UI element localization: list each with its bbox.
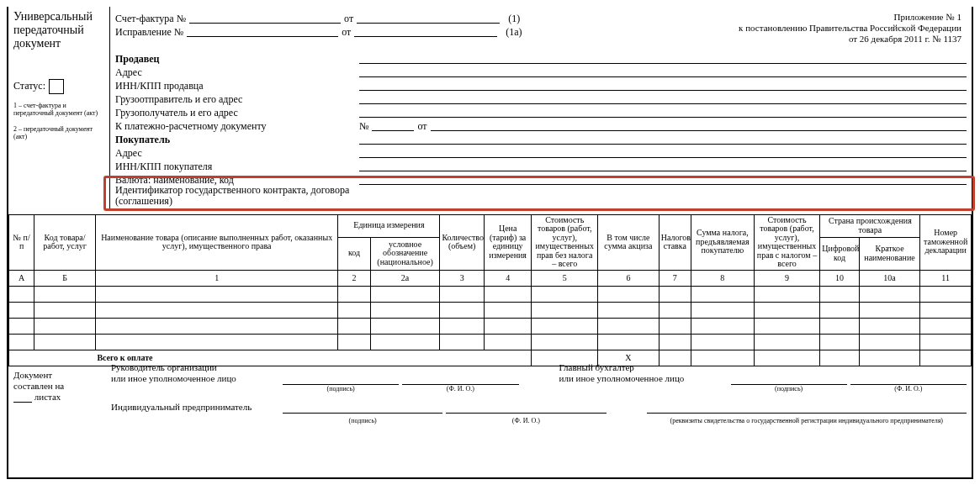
table-row [9, 286, 972, 302]
chief-acc-sign[interactable] [731, 372, 847, 385]
sig-block: Руководитель организации или иное уполно… [111, 370, 967, 425]
invoice-date-field[interactable] [357, 11, 500, 24]
chief-acc-fio[interactable] [850, 372, 967, 385]
goods-table: № п/п Код товара/ работ, услуг Наименова… [8, 214, 972, 366]
fld-gov-contract-value[interactable] [359, 185, 967, 209]
fld-payment-doc-date[interactable] [431, 119, 967, 131]
fld-address-buyer: Адрес [115, 148, 359, 158]
coln-9: 9 [754, 270, 820, 286]
table-row [9, 302, 972, 318]
fld-currency-value[interactable] [359, 172, 967, 185]
fld-inn-buyer: ИНН/КПП покупателя [115, 161, 359, 171]
coln-B: Б [34, 270, 96, 286]
th-qty: Количество (объем) [440, 214, 484, 270]
cap-sign-2: (подпись) [731, 385, 847, 393]
ind-pred-fio[interactable] [446, 401, 606, 414]
th-cost-no-tax: Стоимость товаров (работ, услуг), имущес… [532, 214, 598, 270]
th-unit-name: условное обозначение (национальное) [370, 237, 440, 270]
th-goods-code: Код товара/ работ, услуг [34, 214, 96, 270]
fld-address: Адрес [115, 67, 359, 77]
fld-buyer: Покупатель [115, 134, 359, 145]
doc-type-l2: передаточный [13, 24, 106, 37]
doc-sheets-field[interactable] [13, 392, 32, 403]
footnote-1: 1 – счет-фактура и передаточный документ… [13, 103, 106, 118]
right-note-l1: Приложение № 1 [701, 12, 961, 23]
fld-payment-doc: К платежно-расчетному документу [115, 121, 359, 131]
chief-acc: Главный бухгалтер или иное уполномоченно… [559, 362, 728, 384]
fld-payment-doc-no[interactable] [372, 119, 414, 131]
fld-inn-buyer-value[interactable] [359, 159, 967, 171]
doc-sheets-l2: составлен на [13, 381, 104, 392]
invoice-row: Счет-фактура № от (1) [115, 10, 701, 24]
cap-sign-1: (подпись) [283, 385, 399, 393]
coln-7: 7 [659, 270, 691, 286]
fld-gov-contract: Идентификатор государственного контракта… [115, 185, 359, 207]
fld-seller-value[interactable] [359, 51, 967, 64]
th-unit-group: Единица измерения [338, 214, 440, 237]
fld-gov-contract-l1: Идентификатор государственного контракта… [115, 184, 349, 196]
coln-3: 3 [440, 270, 484, 286]
doc-sheets-l1: Документ [13, 370, 104, 381]
coln-8: 8 [691, 270, 755, 286]
head-org: Руководитель организации или иное уполно… [111, 362, 279, 384]
fld-buyer-value[interactable] [359, 132, 967, 145]
cap-sign-3: (подпись) [283, 417, 442, 425]
fld-consignee-value[interactable] [359, 105, 967, 118]
coln-2a: 2а [370, 270, 440, 286]
cap-rekv: (реквизиты свидетельства о государственн… [647, 417, 967, 425]
invoice-number-field[interactable] [189, 11, 341, 24]
fld-payment-doc-no-lbl: № [359, 121, 368, 131]
fld-consignor-value[interactable] [359, 92, 967, 104]
ind-pred-sign[interactable] [283, 401, 442, 414]
fld-payment-doc-from-lbl: от [417, 121, 426, 131]
th-tax-rate: Налоговая ставка [659, 214, 691, 270]
invoice-label: Счет-фактура № [115, 13, 186, 24]
coln-11: 11 [920, 270, 972, 286]
cap-fio-3: (Ф. И. О.) [446, 417, 606, 425]
ind-pred: Индивидуальный предприниматель [111, 402, 279, 413]
footer-left: Документ составлен на листах [13, 370, 104, 425]
center-column: Счет-фактура № от (1) Исправление № от (… [110, 7, 972, 209]
fld-gov-contract-l2: (соглашения) [115, 195, 172, 207]
ind-pred-rekv[interactable] [647, 401, 967, 414]
doc-type-l3: документ [13, 37, 106, 50]
coln-4: 4 [484, 270, 531, 286]
head-org-sign[interactable] [283, 372, 399, 385]
left-column: Универсальный передаточный документ Стат… [8, 7, 109, 209]
doc-type-l1: Универсальный [13, 10, 106, 24]
head-org-fio[interactable] [402, 372, 518, 385]
fld-address-value[interactable] [359, 65, 967, 77]
fld-consignor: Грузоотправитель и его адрес [115, 94, 359, 104]
fld-inn-seller-value[interactable] [359, 78, 967, 91]
fld-seller: Продавец [115, 54, 359, 64]
correction-row: Исправление № от (1а) [115, 24, 701, 37]
coln-10: 10 [820, 270, 859, 286]
cap-fio-1: (Ф. И. О.) [402, 385, 518, 393]
th-country-code: Цифровой код [820, 237, 859, 270]
status-box[interactable] [49, 79, 64, 94]
coln-10a: 10а [859, 270, 920, 286]
invoice-from: от [341, 13, 357, 24]
correction-label: Исправление № [115, 27, 183, 37]
fld-inn-seller: ИНН/КПП продавца [115, 81, 359, 91]
footer-area: Документ составлен на листах Руководител… [8, 366, 972, 430]
fld-address-buyer-value[interactable] [359, 145, 967, 158]
th-decl-no: Номер таможенной декларации [920, 214, 972, 270]
doc-sheets-l3: листах [34, 392, 61, 402]
fld-consignee: Грузополучатель и его адрес [115, 108, 359, 118]
coln-2: 2 [338, 270, 370, 286]
th-cost-with-tax: Стоимость товаров (работ, услуг), имущес… [754, 214, 820, 270]
th-unit-code: код [338, 237, 370, 270]
footnote-2: 2 – передаточный документ (акт) [13, 126, 106, 141]
right-note: Приложение № 1 к постановлению Правитель… [701, 10, 967, 45]
th-excise: В том числе сумма акциза [598, 214, 660, 270]
coln-A: А [9, 270, 34, 286]
cap-fio-2: (Ф. И. О.) [850, 385, 967, 393]
table-row [9, 318, 972, 334]
correction-number-field[interactable] [187, 24, 338, 37]
th-country-group: Страна происхождения товара [820, 214, 920, 237]
right-note-l3: от 26 декабря 2011 г. № 1137 [701, 34, 961, 45]
correction-date-field[interactable] [354, 24, 497, 37]
right-note-l2: к постановлению Правительства Российской… [701, 23, 961, 34]
paren-1: (1) [500, 13, 520, 24]
